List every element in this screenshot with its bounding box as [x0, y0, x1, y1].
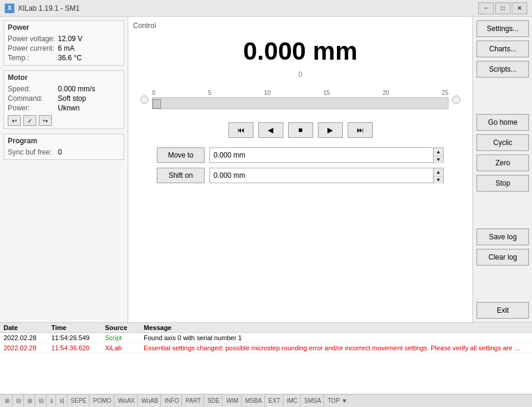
slider-scale: 0 5 10 15 20 25 — [152, 90, 449, 96]
control-title: Control — [133, 21, 468, 30]
voltage-label: Power voltage: — [8, 35, 55, 43]
shift-on-row: Shift on ▲ ▼ — [157, 168, 444, 183]
log-time-2: 11:54:36.620 — [51, 344, 105, 352]
move-to-row: Move to ▲ ▼ — [157, 147, 444, 163]
status-part[interactable]: PART — [183, 394, 204, 407]
move-to-input[interactable] — [210, 148, 433, 162]
skip-to-end-button[interactable]: ⏭ — [348, 122, 373, 138]
program-title: Program — [8, 137, 120, 145]
motor-back-btn[interactable]: ↩ — [8, 115, 21, 126]
log-message-2: Essential settings changed: possible mic… — [144, 344, 528, 352]
spacer-2 — [477, 195, 528, 224]
status-wim[interactable]: WIM — [224, 394, 242, 407]
clear-log-button[interactable]: Clear log — [477, 249, 529, 266]
motor-title: Motor — [8, 73, 120, 82]
move-to-decrement[interactable]: ▼ — [434, 156, 443, 164]
skip-to-start-button[interactable]: ⏮ — [228, 122, 253, 138]
program-section: Program Sync buf free: 0 — [4, 134, 124, 160]
settings-button[interactable]: Settings... — [477, 20, 529, 37]
window-controls: − □ ✕ — [478, 2, 527, 14]
motor-power-row: Power: Uknwn — [8, 103, 120, 113]
status-info[interactable]: INFO — [162, 394, 182, 407]
log-source-2: XiLab — [105, 344, 144, 352]
power-title: Power — [8, 23, 120, 32]
motor-section: Motor Speed: 0.000 mm/s Command: Soft st… — [4, 70, 124, 129]
power-voltage-row: Power voltage: 12.09 V — [8, 34, 120, 44]
step-back-button[interactable]: ◀ — [258, 122, 283, 138]
slider-right-circle — [452, 95, 460, 104]
status-top[interactable]: TOP ▼ — [325, 394, 349, 407]
cyclic-button[interactable]: Cyclic — [477, 134, 529, 151]
stop-button[interactable]: Stop — [477, 175, 529, 192]
log-date-2: 2022.02.28 — [4, 344, 51, 352]
slider-track — [152, 97, 449, 109]
status-item[interactable]: ⊞ — [25, 394, 35, 407]
status-imc[interactable]: IMC — [284, 394, 301, 407]
zero-button[interactable]: Zero — [477, 155, 529, 171]
status-pomo[interactable]: POMO — [91, 394, 115, 407]
status-sde[interactable]: SDE — [205, 394, 223, 407]
left-panel: Power Power voltage: 12.09 V Power curre… — [0, 17, 128, 322]
motor-check-btn[interactable]: ✓ — [23, 115, 36, 126]
slider-thumb[interactable] — [153, 99, 161, 109]
title-bar: X XILab 1.19.1 - SM1 − □ ✕ — [0, 0, 532, 17]
move-to-button[interactable]: Move to — [157, 147, 205, 163]
sync-row: Sync buf free: 0 — [8, 147, 120, 157]
slider-left-circle — [140, 95, 149, 104]
minimize-button[interactable]: − — [478, 2, 494, 14]
window-title: XILab 1.19.1 - SM1 — [18, 4, 478, 13]
status-woab[interactable]: WoAB — [139, 394, 161, 407]
app-icon: X — [5, 4, 14, 13]
motor-control-buttons: ↩ ✓ ↪ — [8, 115, 120, 126]
charts-button[interactable]: Charts... — [477, 41, 529, 57]
move-to-input-wrapper: ▲ ▼ — [209, 147, 444, 163]
save-log-button[interactable]: Save log — [477, 229, 529, 245]
status-smsa[interactable]: SMSA — [302, 394, 324, 407]
move-to-increment[interactable]: ▲ — [434, 148, 443, 156]
shift-on-increment[interactable]: ▲ — [434, 168, 443, 177]
scripts-button[interactable]: Scripts... — [477, 61, 529, 78]
status-sepe[interactable]: SEPE — [69, 394, 90, 407]
power-current-row: Power current: 6 mA — [8, 44, 120, 53]
command-value: Soft stop — [58, 94, 86, 103]
exit-button[interactable]: Exit — [477, 302, 529, 319]
current-value: 6 mA — [58, 44, 75, 53]
motor-forward-btn[interactable]: ↪ — [39, 115, 52, 126]
log-time-1: 11:54:26.549 — [51, 334, 105, 341]
shift-on-input[interactable] — [210, 168, 433, 183]
status-item: s — [48, 394, 56, 407]
speed-row: Speed: 0.000 mm/s — [8, 84, 120, 94]
status-msba[interactable]: MSBA — [243, 394, 265, 407]
log-message-1: Found axis 0 with serial number 1 — [144, 334, 528, 341]
stop-center-button[interactable]: ■ — [288, 122, 313, 138]
status-item[interactable]: ⊟ — [36, 394, 47, 407]
command-row: Command: Soft stop — [8, 94, 120, 103]
log-header-source: Source — [105, 324, 144, 331]
log-header-date: Date — [4, 324, 51, 331]
status-ext[interactable]: EXT — [266, 394, 283, 407]
position-slider-container: 0 5 10 15 20 25 — [140, 90, 460, 109]
status-woax[interactable]: WoAX — [116, 394, 138, 407]
close-button[interactable]: ✕ — [512, 2, 527, 14]
shift-on-input-wrapper: ▲ ▼ — [209, 168, 444, 183]
go-home-button[interactable]: Go home — [477, 114, 529, 131]
speed-label: Speed: — [8, 85, 55, 93]
sync-value: 0 — [58, 148, 62, 156]
maximize-button[interactable]: □ — [495, 2, 511, 14]
shift-on-button[interactable]: Shift on — [157, 168, 205, 183]
center-panel: Control 0.000 mm 0 0 5 10 15 20 25 — [128, 17, 472, 322]
status-item[interactable]: ⊟ — [14, 394, 24, 407]
spacer-3 — [477, 269, 528, 298]
sync-label: Sync buf free: — [8, 148, 55, 156]
log-date-1: 2022.02.28 — [4, 334, 51, 341]
main-area: Power Power voltage: 12.09 V Power curre… — [0, 17, 532, 322]
command-label: Command: — [8, 94, 55, 103]
status-item[interactable]: ⊞ — [2, 394, 13, 407]
move-to-spinner: ▲ ▼ — [433, 148, 443, 164]
step-forward-button[interactable]: ▶ — [318, 122, 343, 138]
log-header-message: Message — [144, 324, 528, 331]
position-display: 0.000 mm — [133, 37, 468, 66]
temp-value: 36.6 °C — [58, 54, 82, 62]
slider-wrapper: 0 5 10 15 20 25 — [152, 90, 449, 109]
shift-on-decrement[interactable]: ▼ — [434, 177, 443, 184]
